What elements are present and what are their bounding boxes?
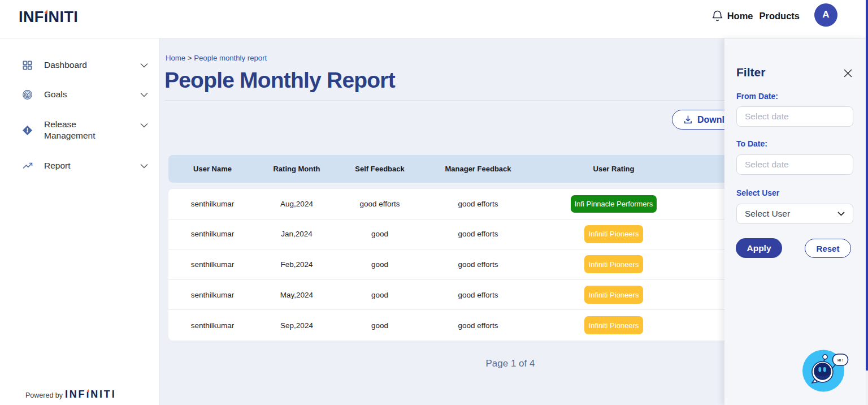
svg-text:HI !: HI ! [837,358,843,362]
